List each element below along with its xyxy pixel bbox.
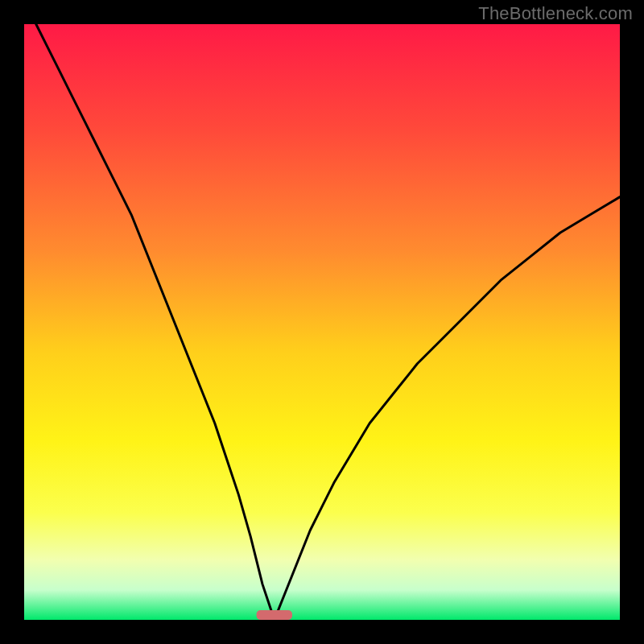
bottleneck-chart — [0, 0, 644, 644]
watermark-text: TheBottleneck.com — [478, 3, 633, 24]
plot-background — [24, 24, 620, 620]
min-marker — [257, 610, 292, 620]
chart-frame: { "watermark": "TheBottleneck.com", "cha… — [0, 0, 644, 644]
